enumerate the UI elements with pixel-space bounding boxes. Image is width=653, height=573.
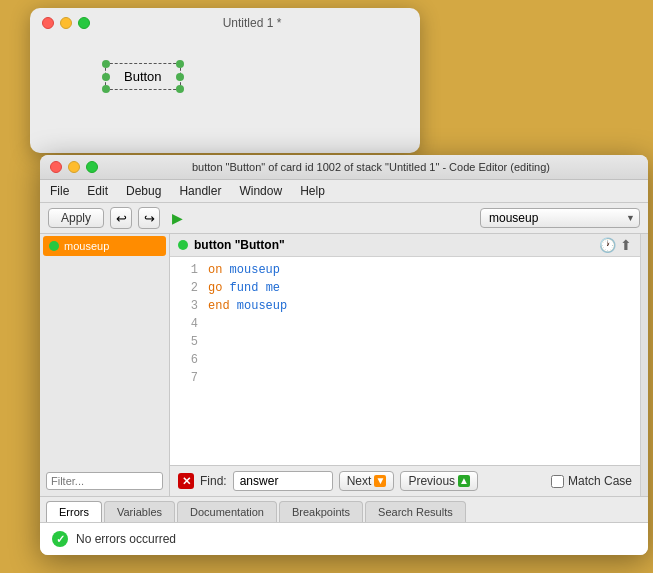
handler-label: mouseup (64, 240, 109, 252)
back-window-titlebar: Untitled 1 * (30, 8, 420, 38)
find-next-button[interactable]: Next ▼ (339, 471, 395, 491)
scrollbar[interactable] (640, 234, 648, 496)
run-button[interactable]: ▶ (166, 207, 188, 229)
code-editor-title: button "Button" of card id 1002 of stack… (104, 161, 638, 173)
apply-button[interactable]: Apply (48, 208, 104, 228)
code-editor-titlebar: button "Button" of card id 1002 of stack… (40, 155, 648, 180)
handler-select-container: mouseup mousedown mouseEnter mouseLeave … (194, 208, 640, 228)
code-line-2: 2 go fund me (170, 279, 640, 297)
tab-errors[interactable]: Errors (46, 501, 102, 522)
code-line-4: 4 (170, 315, 640, 333)
line-content-6 (208, 351, 636, 369)
editor-handler-name-container: button "Button" (178, 238, 285, 252)
menu-handler[interactable]: Handler (177, 183, 223, 199)
find-previous-button[interactable]: Previous ▲ (400, 471, 478, 491)
back-window-close-button[interactable] (42, 17, 54, 29)
find-error-icon: ✕ (178, 473, 194, 489)
sidebar-handler-mouseup[interactable]: mouseup (43, 236, 166, 256)
line-num-3: 3 (174, 297, 198, 315)
line-num-2: 2 (174, 279, 198, 297)
line-content-2: go fund me (208, 279, 636, 297)
line-num-5: 5 (174, 333, 198, 351)
code-editor-close-button[interactable] (50, 161, 62, 173)
line-num-4: 4 (174, 315, 198, 333)
menu-help[interactable]: Help (298, 183, 327, 199)
status-bar: ✓ No errors occurred (40, 523, 648, 555)
line-num-6: 6 (174, 351, 198, 369)
filter-area (40, 468, 169, 496)
code-line-7: 7 (170, 369, 640, 387)
undo-button[interactable]: ↩ (110, 207, 132, 229)
tab-variables[interactable]: Variables (104, 501, 175, 522)
run-icon: ▶ (172, 210, 183, 226)
canvas-button-label: Button (124, 69, 162, 84)
handle-tr[interactable] (176, 60, 184, 68)
handle-tl[interactable] (102, 60, 110, 68)
line-content-3: end mouseup (208, 297, 636, 315)
code-editor-body: mouseup button "Button" 🕐 ⬆ (40, 234, 648, 496)
menu-file[interactable]: File (48, 183, 71, 199)
filter-input[interactable] (46, 472, 163, 490)
menu-debug[interactable]: Debug (124, 183, 163, 199)
code-lines[interactable]: 1 on mouseup 2 go fund me 3 end mouseup … (170, 257, 640, 465)
menu-window[interactable]: Window (237, 183, 284, 199)
code-editor-toolbar: Apply ↩ ↪ ▶ mouseup mousedown mouseEnter… (40, 203, 648, 234)
line-content-7 (208, 369, 636, 387)
tab-search-results[interactable]: Search Results (365, 501, 466, 522)
code-editor-window: button "Button" of card id 1002 of stack… (40, 155, 648, 555)
find-input[interactable] (233, 471, 333, 491)
collapse-icon[interactable]: ⬆ (620, 237, 632, 253)
line-num-7: 7 (174, 369, 198, 387)
line-num-1: 1 (174, 261, 198, 279)
find-next-label: Next (347, 474, 372, 488)
code-editor-sidebar: mouseup (40, 234, 170, 496)
history-icon[interactable]: 🕐 (599, 237, 616, 253)
code-line-5: 5 (170, 333, 640, 351)
tab-breakpoints[interactable]: Breakpoints (279, 501, 363, 522)
code-line-1: 1 on mouseup (170, 261, 640, 279)
code-editor-minimize-button[interactable] (68, 161, 80, 173)
find-label: Find: (200, 474, 227, 488)
handle-br[interactable] (176, 85, 184, 93)
editor-header: button "Button" 🕐 ⬆ (170, 234, 640, 257)
editor-header-icons: 🕐 ⬆ (599, 237, 632, 253)
editor-area: button "Button" 🕐 ⬆ 1 on mouseup 2 go fu… (170, 234, 640, 496)
arrow-down-icon: ▼ (374, 475, 386, 487)
widget-button-container: Button (105, 63, 181, 90)
back-window-minimize-button[interactable] (60, 17, 72, 29)
sidebar-divider (40, 258, 169, 468)
line-content-5 (208, 333, 636, 351)
handle-ml[interactable] (102, 73, 110, 81)
line-content-1: on mouseup (208, 261, 636, 279)
handler-select-wrapper: mouseup mousedown mouseEnter mouseLeave … (480, 208, 640, 228)
status-text: No errors occurred (76, 532, 176, 546)
match-case-area: Match Case (551, 474, 632, 488)
find-prev-label: Previous (408, 474, 455, 488)
handler-select[interactable]: mouseup mousedown mouseEnter mouseLeave (480, 208, 640, 228)
redo-icon: ↪ (144, 211, 155, 226)
match-case-label: Match Case (568, 474, 632, 488)
redo-button[interactable]: ↪ (138, 207, 160, 229)
undo-icon: ↩ (116, 211, 127, 226)
find-bar: ✕ Find: Next ▼ Previous ▲ Match Case (170, 465, 640, 496)
tab-documentation[interactable]: Documentation (177, 501, 277, 522)
canvas-button[interactable]: Button (105, 63, 181, 90)
arrow-up-icon: ▲ (458, 475, 470, 487)
handler-dot-icon (49, 241, 59, 251)
back-window: Untitled 1 * Button (30, 8, 420, 153)
code-line-6: 6 (170, 351, 640, 369)
handle-mr[interactable] (176, 73, 184, 81)
code-editor-maximize-button[interactable] (86, 161, 98, 173)
handle-bl[interactable] (102, 85, 110, 93)
match-case-checkbox[interactable] (551, 475, 564, 488)
green-dot-icon (178, 240, 188, 250)
back-window-title: Untitled 1 * (96, 16, 408, 30)
line-content-4 (208, 315, 636, 333)
code-editor-tabs: Errors Variables Documentation Breakpoin… (40, 496, 648, 523)
code-line-3: 3 end mouseup (170, 297, 640, 315)
back-window-maximize-button[interactable] (78, 17, 90, 29)
code-editor-menubar: File Edit Debug Handler Window Help (40, 180, 648, 203)
editor-handler-name: button "Button" (194, 238, 285, 252)
status-ok-icon: ✓ (52, 531, 68, 547)
menu-edit[interactable]: Edit (85, 183, 110, 199)
